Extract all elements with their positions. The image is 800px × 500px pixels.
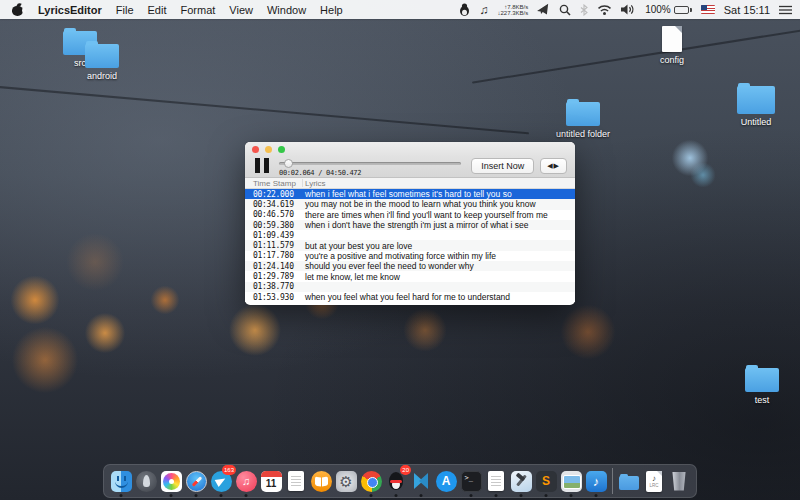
table-row[interactable]: 00:34.619you may not be in the mood to l… [245,199,575,209]
menu-help[interactable]: Help [320,4,343,16]
network-speed-indicator[interactable]: ↑7.8KB/s ↓227.3KB/s [497,4,528,16]
dock-item-sublime-text[interactable]: S [535,468,557,494]
desktop-icon-test[interactable]: test [732,368,792,405]
qq-badge: 20 [400,465,411,475]
finder-icon [111,471,132,492]
dock-item-safari[interactable] [185,468,207,494]
folder-icon [745,368,779,392]
menu-bar: LyricsEditor File Edit Format View Windo… [0,0,800,19]
desktop-wallpaper: LyricsEditor File Edit Format View Windo… [0,0,800,500]
dock-item-music[interactable]: ♫ [235,468,257,494]
table-row[interactable]: 01:38.770 [245,282,575,292]
seek-stepper[interactable]: ◀ ▶ [540,158,567,174]
zoom-button[interactable] [278,146,285,153]
table-row[interactable]: 00:59.380when i don't have the strength … [245,220,575,230]
dock-item-ibooks[interactable] [310,468,332,494]
dock-item-finder[interactable] [110,468,132,494]
player-toolbar: 00:02.064 / 04:50.472 Insert Now ◀ ▶ [245,156,575,178]
wallpaper-wire [0,84,529,135]
notes-icon [288,471,304,491]
desktop-icon-untitled-folder[interactable]: untitled folder [545,102,621,139]
dock: 163 ♫ 11 ⚙ 20 A >_ S ♪ ♪LRC [103,464,697,498]
dock-item-calendar[interactable]: 11 [260,468,282,494]
table-row[interactable]: 01:53.930when you feel what you feel har… [245,292,575,302]
pause-button[interactable] [255,158,269,173]
dock-folder-icon [619,476,639,490]
dock-item-lyrics-editor[interactable]: ♪ [585,468,607,494]
vscode-icon [411,471,432,492]
calendar-icon: 11 [261,471,282,492]
desktop-icon-config[interactable]: config [642,26,702,65]
search-icon[interactable] [559,4,571,16]
dock-item-preview[interactable] [560,468,582,494]
telegram-menu-icon[interactable] [536,3,551,17]
dock-item-qq[interactable]: 20 [385,468,407,494]
dock-item-downloads-folder[interactable] [618,468,640,494]
dock-item-xcode[interactable] [510,468,532,494]
table-row[interactable]: 01:11.579but at your best you are love [245,240,575,250]
folder-icon [566,102,600,126]
menu-view[interactable]: View [229,4,253,16]
preview-icon [561,471,582,492]
table-row[interactable]: 01:09.439 [245,230,575,240]
table-row[interactable]: 01:24.140should you ever feel the need t… [245,261,575,271]
qq-menu-icon[interactable] [459,3,470,16]
document-icon [662,26,682,52]
dock-item-chrome[interactable] [360,468,382,494]
table-row[interactable]: 00:46.570there are times when i'll find … [245,210,575,220]
table-row[interactable]: 01:17.780you're a positive and motivatin… [245,251,575,261]
menu-window[interactable]: Window [267,4,306,16]
telegram-badge: 163 [222,465,236,475]
photos-icon [161,471,182,492]
table-row[interactable]: 00:22.000when i feel what i feel sometim… [245,189,575,199]
desktop-icon-android[interactable]: android [72,44,132,81]
desktop-icon-untitled[interactable]: Untitled [726,86,786,127]
battery-indicator[interactable]: 100% [645,4,692,15]
menu-app-name[interactable]: LyricsEditor [38,4,102,16]
dock-item-trash[interactable] [668,468,690,494]
bluetooth-icon[interactable] [580,4,588,16]
table-row[interactable]: 01:29.789let me know, let me know [245,271,575,281]
slider-knob[interactable] [284,159,293,168]
column-header-lyrics[interactable]: Lyrics [302,179,326,188]
table-header: Time Stamp Lyrics [245,178,575,189]
music-icon: ♫ [236,471,257,492]
dock-item-lrc-file[interactable]: ♪LRC [643,468,665,494]
ibooks-icon [311,471,332,492]
wifi-icon[interactable] [597,4,612,15]
slider-track[interactable] [279,162,461,165]
input-language-flag-icon[interactable] [701,5,715,14]
textedit-icon [488,471,504,491]
folder-icon [85,44,119,68]
dock-item-terminal[interactable]: >_ [460,468,482,494]
volume-icon[interactable] [621,4,636,15]
apple-menu-icon[interactable] [12,3,24,16]
seek-forward-icon[interactable]: ▶ [554,162,560,170]
window-title-bar[interactable] [245,142,575,156]
dock-item-launchpad[interactable] [135,468,157,494]
menu-edit[interactable]: Edit [148,4,167,16]
notification-center-icon[interactable] [779,5,792,15]
menu-format[interactable]: Format [180,4,215,16]
dock-item-app-store[interactable]: A [435,468,457,494]
minimize-button[interactable] [265,146,272,153]
dock-item-vscode[interactable] [410,468,432,494]
dock-item-notes[interactable] [285,468,307,494]
menu-file[interactable]: File [116,4,134,16]
column-header-timestamp[interactable]: Time Stamp [245,179,302,188]
close-button[interactable] [252,146,259,153]
lyrics-editor-icon: ♪ [586,471,607,492]
insert-now-button[interactable]: Insert Now [471,158,534,174]
dock-item-photos[interactable] [160,468,182,494]
terminal-icon: >_ [461,471,482,492]
xcode-icon [511,471,532,492]
wallpaper-wire [472,28,800,83]
menu-clock[interactable]: Sat 15:11 [724,4,770,16]
launchpad-icon [136,471,157,492]
folder-icon [737,86,775,114]
column-divider [302,179,303,187]
dock-item-telegram[interactable]: 163 [210,468,232,494]
music-menu-icon[interactable]: ♫ [479,3,488,17]
dock-item-system-preferences[interactable]: ⚙ [335,468,357,494]
dock-item-textedit[interactable] [485,468,507,494]
